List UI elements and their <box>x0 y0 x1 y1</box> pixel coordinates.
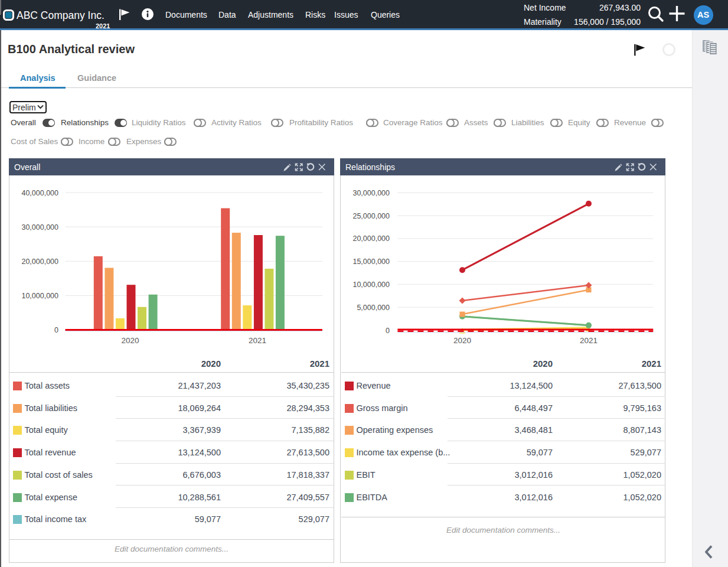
svg-text:10,000,000: 10,000,000 <box>352 281 390 289</box>
svg-text:20,000,000: 20,000,000 <box>21 258 58 266</box>
svg-text:2020: 2020 <box>121 336 139 345</box>
svg-text:20,000,000: 20,000,000 <box>352 234 390 243</box>
svg-text:10,000,000: 10,000,000 <box>21 292 58 300</box>
svg-text:30,000,000: 30,000,000 <box>352 189 390 197</box>
svg-text:5,000,000: 5,000,000 <box>357 304 390 312</box>
svg-text:25,000,000: 25,000,000 <box>352 212 390 220</box>
svg-text:30,000,000: 30,000,000 <box>21 223 58 232</box>
svg-text:15,000,000: 15,000,000 <box>352 258 390 266</box>
svg-text:0: 0 <box>54 326 58 334</box>
svg-text:0: 0 <box>386 327 390 335</box>
svg-text:2021: 2021 <box>580 336 598 345</box>
svg-text:40,000,000: 40,000,000 <box>21 189 58 197</box>
svg-text:2021: 2021 <box>249 336 266 345</box>
svg-text:2020: 2020 <box>453 336 471 345</box>
